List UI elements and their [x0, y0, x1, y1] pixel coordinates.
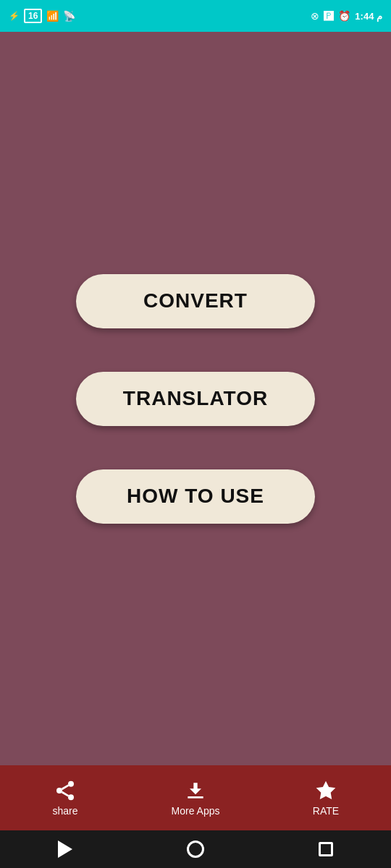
share-label: share: [52, 805, 77, 817]
star-icon: [314, 779, 337, 802]
signal-icon: 📶: [46, 10, 59, 22]
rate-nav-item[interactable]: RATE: [282, 779, 369, 817]
home-button[interactable]: [185, 838, 206, 860]
home-icon: [187, 841, 204, 858]
system-nav-bar: [0, 830, 391, 868]
back-button[interactable]: [54, 838, 76, 860]
download-icon: [184, 779, 207, 802]
svg-rect-5: [188, 796, 203, 799]
svg-line-4: [62, 786, 68, 789]
recents-icon: [319, 842, 333, 856]
more-apps-label: More Apps: [172, 805, 220, 817]
status-right: ⊗ 🅿 ⏰ 1:44 م: [311, 10, 382, 22]
svg-marker-6: [316, 781, 336, 799]
how-to-use-button[interactable]: HOW TO USE: [76, 469, 315, 524]
share-nav-item[interactable]: share: [22, 779, 109, 817]
convert-button[interactable]: CONVERT: [76, 274, 315, 328]
icon2: 🅿: [324, 10, 334, 22]
battery-icon: ⚡: [9, 11, 20, 21]
battery-level: 16: [24, 9, 42, 23]
main-content: CONVERT TRANSLATOR HOW TO USE: [0, 32, 391, 765]
bottom-nav: share More Apps RATE: [0, 765, 391, 830]
share-icon: [54, 779, 77, 802]
alarm-icon: ⏰: [338, 10, 350, 22]
status-left: ⚡ 16 📶 📡: [9, 9, 75, 23]
recents-button[interactable]: [315, 838, 337, 860]
icon1: ⊗: [311, 10, 319, 22]
status-bar: ⚡ 16 📶 📡 ⊗ 🅿 ⏰ 1:44 م: [0, 0, 391, 32]
time-display: 1:44 م: [355, 11, 382, 22]
back-icon: [58, 841, 72, 858]
more-apps-nav-item[interactable]: More Apps: [152, 779, 239, 817]
svg-line-3: [62, 792, 68, 796]
wifi-icon: 📡: [63, 10, 75, 22]
rate-label: RATE: [313, 805, 339, 817]
svg-point-0: [68, 781, 74, 787]
svg-point-1: [56, 788, 62, 793]
svg-point-2: [68, 794, 74, 800]
translator-button[interactable]: TRANSLATOR: [76, 372, 315, 426]
